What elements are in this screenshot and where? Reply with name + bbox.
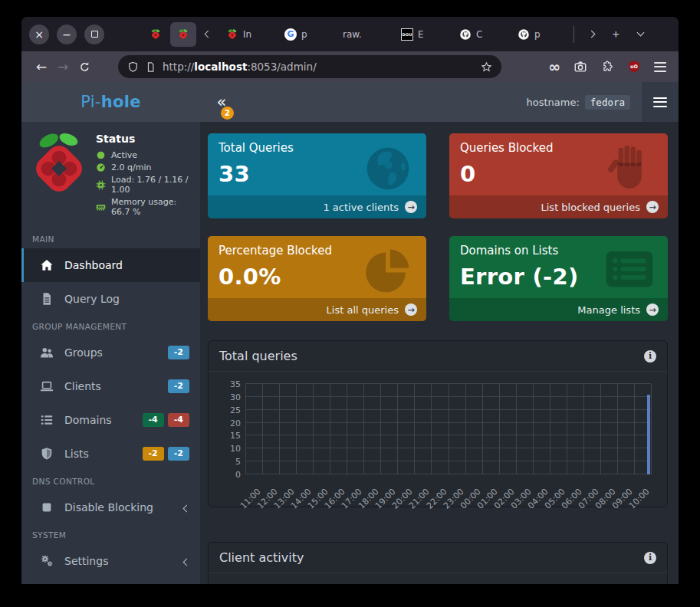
count-badge: -4 (143, 413, 164, 427)
status-row: 2.0 q/min (96, 162, 194, 172)
status-text: Memory usage: 66.7 % (111, 197, 194, 217)
mask-icon[interactable]: ∞ (548, 60, 560, 74)
page-info-icon[interactable] (145, 61, 156, 73)
gridline-vertical (262, 384, 263, 474)
y-axis-tick-label: 0 (235, 470, 241, 480)
back-button[interactable]: ← (31, 56, 52, 77)
ublock-origin-icon[interactable]: uO (627, 60, 641, 74)
sidebar-item-label: Clients (64, 380, 101, 392)
header-menu-button[interactable] (642, 82, 679, 122)
browser-tab[interactable]: raw. (336, 22, 393, 47)
browser-navbar: ← → http://localhost:8053/admin/ ∞ uO (21, 51, 679, 82)
browser-tab-bar: × − InGpraw.DOUECp ＋ (21, 17, 679, 51)
users-icon (38, 346, 55, 359)
card-footer-link[interactable]: List blocked queries→ (449, 195, 668, 218)
card-footer-label: Manage lists (577, 304, 640, 316)
gridline-vertical (313, 384, 314, 474)
active-tab[interactable] (170, 22, 196, 47)
laptop-icon (38, 379, 55, 393)
pihole-raspberry-logo (29, 131, 89, 195)
gridline-vertical (567, 384, 567, 474)
navbar-right-icons: ∞ uO (548, 60, 669, 74)
screenshot-camera-icon[interactable] (573, 60, 587, 74)
browser-tab[interactable]: DOUE (394, 22, 451, 47)
pihole-favicon-icon (177, 28, 189, 41)
client-activity-panel-title: Client activity (219, 550, 304, 565)
gridline-vertical (279, 384, 280, 474)
sidebar-item-groups[interactable]: Groups-2 (21, 336, 200, 369)
info-icon[interactable]: i (644, 350, 656, 363)
sidebar-item-label: Dashboard (64, 259, 123, 271)
close-window-button[interactable]: × (29, 25, 49, 44)
sidebar-section-label: MAIN (21, 228, 200, 248)
card-title: Domains on Lists (460, 244, 657, 258)
list-all-tabs-button[interactable] (629, 24, 651, 45)
client-activity-panel: Client activity i (208, 542, 668, 584)
extensions-puzzle-icon[interactable] (600, 60, 614, 74)
chevron-left-favicon-icon (202, 28, 214, 41)
browser-tab[interactable]: Gp (278, 22, 334, 47)
y-axis-tick-label: 25 (230, 405, 241, 415)
info-icon[interactable]: i (644, 552, 656, 564)
card-footer-link[interactable]: Manage lists→ (449, 298, 668, 321)
memory-icon (96, 202, 106, 212)
card-queries-blocked: Queries Blocked0List blocked queries→ (449, 133, 668, 218)
item-badges: -2 (168, 379, 189, 393)
sidebar-menu: MAINDashboardQuery LogGROUP MANAGEMENTGr… (21, 228, 200, 584)
status-text: Active (111, 150, 137, 160)
reload-button[interactable] (74, 56, 95, 77)
bookmark-star-icon[interactable] (481, 61, 492, 73)
gridline-vertical (482, 384, 483, 474)
scroll-tabs-left-button[interactable] (198, 22, 218, 47)
scroll-tabs-right-button[interactable] (580, 24, 602, 45)
hamburger-icon (653, 97, 667, 107)
google-favicon-icon: G (284, 28, 297, 41)
chevron-left-icon (184, 501, 189, 513)
card-footer-link[interactable]: List all queries→ (208, 298, 426, 321)
card-total-queries: Total Queries331 active clients→ (208, 133, 426, 218)
sidebar-item-settings[interactable]: Settings (21, 544, 200, 578)
sidebar-item-query-log[interactable]: Query Log (21, 282, 200, 316)
tab-strip: InGpraw.DOUECp (143, 17, 567, 51)
file-icon (38, 292, 55, 306)
sidebar-item-tools[interactable]: Tools2 (21, 578, 200, 584)
tracking-protection-shield-icon[interactable] (127, 61, 139, 73)
url-bar[interactable]: http://localhost:8053/admin/ (118, 55, 501, 78)
shield-icon (38, 447, 55, 461)
gridline-vertical (600, 384, 601, 474)
status-title: Status (96, 133, 194, 145)
status-rows: Active2.0 q/minLoad: 1.76 / 1.16 / 1.00M… (96, 150, 194, 217)
gridline-vertical (347, 384, 347, 474)
card-value: Error (-2) (460, 264, 657, 290)
gridline-vertical (617, 384, 618, 474)
y-axis-line (245, 384, 246, 474)
gridline-vertical (583, 384, 584, 474)
total-queries-panel: Total queries i 05101520253035 11:0012:0… (208, 340, 668, 507)
sidebar-item-domains[interactable]: Domains-4-4 (21, 403, 200, 437)
sidebar-item-lists[interactable]: Lists-2-2 (21, 437, 200, 471)
tab-title: C (476, 29, 482, 40)
y-axis-tick-label: 20 (230, 418, 241, 428)
sidebar-collapse-button[interactable]: « 2 (212, 94, 232, 110)
card-footer-link[interactable]: 1 active clients→ (208, 195, 426, 218)
tab-title: raw. (343, 29, 362, 40)
sidebar-item-clients[interactable]: Clients-2 (21, 369, 200, 403)
pihole-favicon-icon (150, 28, 162, 41)
window-controls: × − (29, 25, 104, 44)
browser-tab[interactable]: C (452, 22, 509, 47)
sidebar: Status Active2.0 q/minLoad: 1.76 / 1.16 … (21, 122, 200, 584)
browser-tab[interactable]: p (511, 22, 567, 47)
sidebar-item-disable-blocking[interactable]: Disable Blocking (21, 491, 200, 524)
new-tab-button[interactable]: ＋ (605, 24, 626, 45)
forward-button[interactable]: → (52, 56, 74, 77)
sidebar-section-label: GROUP MANAGEMENT (21, 316, 200, 336)
minimize-window-button[interactable]: − (57, 25, 77, 44)
maximize-window-button[interactable] (84, 25, 104, 44)
chip-icon (96, 180, 106, 190)
gridline-vertical (651, 384, 652, 474)
sidebar-item-dashboard[interactable]: Dashboard (21, 248, 200, 282)
pinned-tab[interactable] (143, 22, 169, 47)
browser-tab[interactable]: In (219, 22, 276, 47)
tab-title: In (243, 29, 251, 40)
browser-menu-icon[interactable] (654, 62, 666, 72)
